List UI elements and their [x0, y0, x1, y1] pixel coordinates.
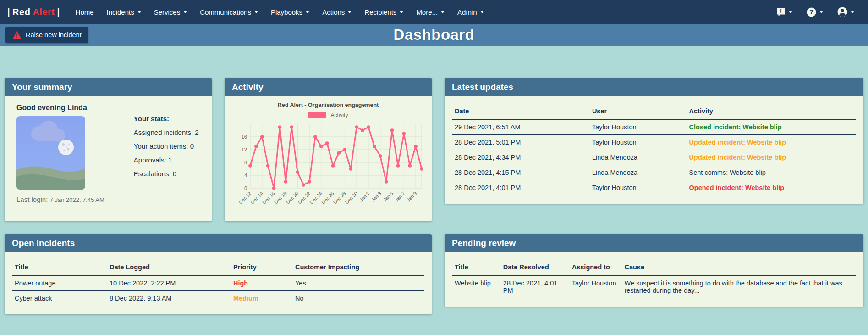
column-header: Date Logged	[107, 259, 231, 276]
column-header: User	[589, 103, 687, 120]
open-incidents-header-row: TitleDate LoggedPriorityCustomer Impacti…	[12, 259, 424, 276]
open-incidents-header: Open incidents	[5, 234, 432, 252]
chevron-down-icon	[819, 11, 823, 13]
svg-text:Jan 5: Jan 5	[382, 190, 394, 203]
svg-text:Jan 9: Jan 9	[406, 190, 418, 203]
latest-updates-header: Latest updates	[445, 78, 863, 96]
account-menu[interactable]	[837, 6, 854, 17]
pending-review-rows: Website blip28 Dec 2021, 4:01 PMTaylor H…	[452, 276, 856, 298]
table-cell: We suspect it is something to do with th…	[621, 276, 856, 298]
svg-text:!: !	[780, 8, 782, 15]
greeting-illustration	[16, 116, 85, 190]
svg-text:Dec 18: Dec 18	[273, 190, 288, 205]
chevron-down-icon	[851, 11, 854, 13]
table-row: 28 Dec 2021, 5:01 PMTaylor HoustonUpdate…	[452, 135, 856, 150]
column-header: Cause	[621, 259, 856, 276]
logo-name-primary: Red	[12, 7, 30, 17]
chevron-down-icon	[137, 11, 141, 13]
svg-text:0: 0	[244, 185, 247, 191]
activity-body: Red Alert - Organisation engagement Acti…	[225, 96, 432, 221]
logo-left-bar: |	[7, 7, 10, 17]
svg-text:12: 12	[242, 147, 247, 152]
nav-item-communications[interactable]: Communications	[194, 6, 264, 19]
app-logo[interactable]: | Red Alert |	[7, 7, 60, 17]
dashboard-grid: Your summary Good evening Linda	[5, 78, 863, 314]
latest-updates-rows: 29 Dec 2021, 6:51 AMTaylor HoustonClosed…	[452, 120, 856, 195]
moon-shape	[58, 140, 74, 155]
svg-text:Dec 30: Dec 30	[344, 190, 359, 205]
latest-updates-card: Latest updates DateUserActivity 29 Dec 2…	[445, 78, 863, 204]
table-cell: 28 Dec 2021, 5:01 PM	[452, 135, 589, 150]
table-cell: 28 Dec 2021, 4:01 PM	[500, 276, 569, 298]
last-login-value: 7 Jan 2022, 7:45 AM	[50, 196, 104, 203]
chart-legend: Activity	[229, 112, 427, 118]
chevron-down-icon	[789, 11, 792, 13]
svg-text:Jan 1: Jan 1	[358, 190, 371, 203]
svg-text:16: 16	[242, 134, 247, 140]
nav-menu: HomeIncidentsServicesCommunicationsPlayb…	[70, 6, 489, 19]
nav-item-admin[interactable]: Admin	[452, 6, 489, 19]
nav-item-actions[interactable]: Actions	[317, 6, 357, 19]
table-cell: Medium	[231, 291, 292, 306]
svg-text:Dec 26: Dec 26	[320, 190, 335, 205]
page-title: Dashboard	[0, 26, 868, 44]
stat-item: Your action items: 0	[134, 142, 199, 150]
table-cell: Linda Mendoza	[589, 165, 687, 180]
column-header: Customer Impacting	[292, 259, 424, 276]
pending-review-card: Pending review TitleDate ResolvedAssigne…	[445, 234, 863, 307]
table-row: Cyber attack8 Dec 2022, 9:13 AMMediumNo	[12, 291, 424, 306]
page-header: Raise new incident Dashboard	[0, 24, 868, 46]
table-row: Website blip28 Dec 2021, 4:01 PMTaylor H…	[452, 276, 856, 298]
help-menu[interactable]: ?	[806, 7, 823, 17]
latest-updates-table-wrap: DateUserActivity 29 Dec 2021, 6:51 AMTay…	[445, 96, 863, 204]
table-cell: Linda Mendoza	[589, 150, 687, 165]
navbar-right-icons: ! ?	[776, 6, 861, 17]
nav-item-more[interactable]: More...	[411, 6, 450, 19]
latest-updates-table: DateUserActivity 29 Dec 2021, 6:51 AMTay…	[452, 103, 856, 195]
table-cell: Updated incident: Website blip	[687, 150, 856, 165]
summary-stats-column: Your stats: Assigned incidents: 2Your ac…	[134, 104, 199, 214]
last-login-label: Last login:	[16, 195, 48, 203]
help-icon: ?	[806, 7, 817, 17]
nav-item-home[interactable]: Home	[70, 6, 99, 19]
svg-text:?: ?	[809, 8, 813, 16]
stat-item: Escalations: 0	[134, 170, 199, 178]
table-cell: No	[292, 291, 424, 306]
table-row: 29 Dec 2021, 6:51 AMTaylor HoustonClosed…	[452, 120, 856, 135]
table-row: 28 Dec 2021, 4:01 PMTaylor HoustonOpened…	[452, 180, 856, 195]
chevron-down-icon	[306, 11, 309, 13]
table-cell: Cyber attack	[12, 291, 107, 306]
column-header: Date Resolved	[500, 259, 569, 276]
table-row: 28 Dec 2021, 4:15 PMLinda MendozaSent co…	[452, 165, 856, 180]
stats-list: Assigned incidents: 2Your action items: …	[134, 128, 199, 178]
legend-label: Activity	[330, 112, 348, 118]
top-navbar: | Red Alert | HomeIncidentsServicesCommu…	[0, 0, 868, 24]
column-header: Title	[452, 259, 500, 276]
svg-text:Dec 12: Dec 12	[237, 190, 252, 205]
nav-item-recipients[interactable]: Recipients	[359, 6, 409, 19]
table-cell: 8 Dec 2022, 9:13 AM	[107, 291, 231, 306]
activity-chart-svg: 0481216Dec 12Dec 14Dec 16Dec 18Dec 20Dec…	[229, 120, 426, 212]
table-cell: Taylor Houston	[569, 276, 622, 298]
chevron-down-icon	[254, 11, 258, 13]
nav-item-playbooks[interactable]: Playbooks	[265, 6, 315, 19]
summary-left-column: Good evening Linda	[16, 104, 104, 214]
svg-text:Jan 7: Jan 7	[394, 190, 406, 203]
nav-item-services[interactable]: Services	[148, 6, 193, 19]
chevron-down-icon	[441, 11, 445, 13]
svg-text:Dec 22: Dec 22	[297, 190, 311, 205]
account-icon	[837, 6, 848, 17]
column-header: Date	[452, 103, 589, 120]
last-login: Last login: 7 Jan 2022, 7:45 AM	[16, 195, 104, 203]
chart-title: Red Alert - Organisation engagement	[229, 102, 427, 108]
column-header: Assigned to	[569, 259, 622, 276]
table-cell: 10 Dec 2022, 2:22 PM	[107, 276, 231, 291]
nav-item-incidents[interactable]: Incidents	[101, 6, 147, 19]
stats-title: Your stats:	[134, 115, 199, 123]
stat-item: Approvals: 1	[134, 156, 199, 164]
feedback-menu[interactable]: !	[776, 7, 792, 17]
table-cell: Updated incident: Website blip	[687, 135, 856, 150]
table-cell: 28 Dec 2021, 4:34 PM	[452, 150, 589, 165]
table-cell: Opened incident: Website blip	[687, 180, 856, 195]
your-summary-card: Your summary Good evening Linda	[5, 78, 212, 221]
